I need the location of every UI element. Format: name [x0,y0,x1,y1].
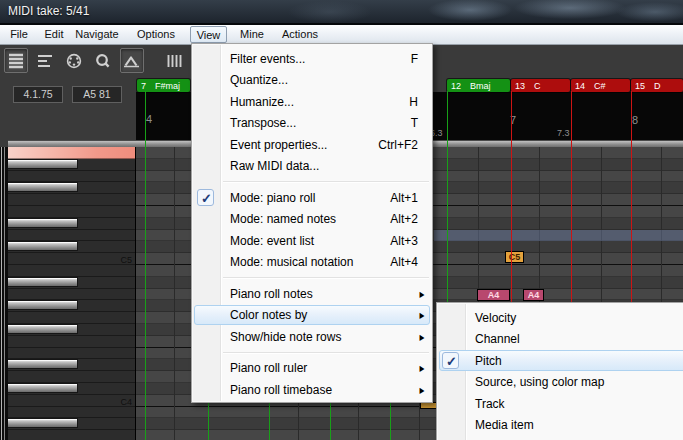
menubar-item-actions[interactable]: Actions [276,26,324,43]
menu-item-source-using-color-map[interactable]: Source, using color map [437,372,683,394]
menu-item-piano-roll-ruler[interactable]: Piano roll ruler [192,358,432,380]
piano-key-a-4[interactable] [8,277,135,289]
menu-item-filter-events[interactable]: Filter events...F [192,48,432,70]
menu-separator [192,348,432,358]
menu-item-mode-musical-notation[interactable]: Mode: musical notationAlt+4 [192,252,432,274]
menubar-item-navigate[interactable]: Navigate [72,26,122,43]
highlighted-note-row [434,230,683,242]
piano-key-c5[interactable] [8,253,135,265]
menubar-item-edit[interactable]: Edit [38,26,70,43]
event-list-mode-icon [36,53,54,69]
checkmark-icon [442,352,459,369]
piano-keyboard[interactable]: C5C4 [8,147,135,440]
menu-item-quantize[interactable]: Quantize... [192,70,432,92]
menu-item-label: Humanize... [230,95,391,109]
menu-item-shortcut: F [411,52,418,66]
menu-item-label: Raw MIDI data... [230,159,418,173]
piano-key-f5[interactable] [8,194,135,206]
menu-item-track[interactable]: Track [437,393,683,415]
ruler-marker-15-d[interactable]: 15D [631,79,683,92]
left-edge-strip [0,147,8,440]
marker-name: Bmaj [470,81,491,91]
midi-editor-window: MIDI take: 5/41 FileEditNavigateOptionsV… [0,0,683,440]
midi-note-a4[interactable]: A4 [477,289,510,301]
menu-item-shortcut: Ctrl+F2 [378,138,418,152]
black-key-cap [8,218,78,228]
menu-item-pitch[interactable]: Pitch [437,350,683,372]
menu-item-mode-named-notes[interactable]: Mode: named notesAlt+2 [192,209,432,231]
toolbar-button-3[interactable] [91,48,115,73]
piano-key-g-5[interactable] [8,159,135,171]
menu-item-label: Mode: event list [230,234,372,248]
menu-item-show-hide-note-rows[interactable]: Show/hide note rows [192,326,432,348]
toolbar-button-4[interactable] [120,48,144,73]
beat-number: 7.3 [557,128,570,138]
piano-key-f4[interactable] [8,336,135,348]
toolbar-button-5[interactable] [162,48,186,73]
note-velocity-display[interactable]: A5 81 [72,86,122,103]
piano-key-g4[interactable] [8,312,135,324]
menu-item-piano-roll-timebase[interactable]: Piano roll timebase [192,379,432,401]
toolbar-button-1[interactable] [33,48,57,73]
piano-key-c-5[interactable] [8,241,135,253]
piano-key-d4[interactable] [8,371,135,383]
piano-key-e5[interactable] [8,206,135,218]
menu-item-shortcut: Alt+4 [390,255,418,269]
menu-separator [192,273,432,283]
position-display[interactable]: 4.1.75 [13,86,63,103]
menubar-item-options[interactable]: Options [132,26,180,43]
piano-key-d-4[interactable] [8,359,135,371]
piano-key-b3[interactable] [8,407,135,419]
beat-grid-line [174,147,175,440]
menu-item-label: Track [475,397,675,411]
menu-item-color-notes-by[interactable]: Color notes by [192,305,432,327]
toolbar-button-2[interactable] [62,48,86,73]
menu-item-raw-midi-data[interactable]: Raw MIDI data... [192,156,432,178]
menu-item-humanize[interactable]: Humanize...H [192,91,432,113]
piano-key-a-3[interactable] [8,418,135,430]
menu-item-event-properties[interactable]: Event properties...Ctrl+F2 [192,134,432,156]
piano-key-e4[interactable] [8,348,135,360]
ruler-marker-14-c[interactable]: 14C# [571,79,630,92]
menu-item-label: Color notes by [230,308,418,322]
midi-note-a4[interactable]: A4 [523,289,544,301]
menu-item-label: Event properties... [230,138,360,152]
menu-item-shortcut: H [409,95,418,109]
piano-key-f-4[interactable] [8,324,135,336]
piano-key-c-4[interactable] [8,383,135,395]
menu-item-mode-piano-roll[interactable]: Mode: piano rollAlt+1 [192,187,432,209]
menu-item-transpose[interactable]: Transpose...T [192,113,432,135]
piano-key-a4[interactable] [8,289,135,301]
menu-item-label: Pitch [475,354,675,368]
edge-line [1,147,2,440]
beat-number: 8 [632,114,638,126]
piano-key-c4[interactable] [8,395,135,407]
notation-mode-icon [123,53,141,69]
title-bar[interactable]: MIDI take: 5/41 [0,0,683,25]
midi-note-c5[interactable]: C5 [505,251,524,263]
ruler-marker-13-c[interactable]: 13C [511,79,570,92]
piano-key-g-4[interactable] [8,300,135,312]
piano-key-f-5[interactable] [8,182,135,194]
menubar-item-file[interactable]: File [4,26,34,43]
menu-item-media-item[interactable]: Media item [437,415,683,437]
piano-key-b4[interactable] [8,265,135,277]
ruler-marker-12-bmaj[interactable]: 12Bmaj [447,79,510,92]
menubar-item-mine[interactable]: Mine [232,26,272,43]
menubar-item-view[interactable]: View [190,26,227,43]
menu-item-velocity[interactable]: Velocity [437,307,683,329]
menu-item-mode-event-list[interactable]: Mode: event listAlt+3 [192,230,432,252]
piano-key-d5[interactable] [8,230,135,242]
menu-item-channel[interactable]: Channel [437,329,683,351]
black-key-cap [8,383,78,393]
menu-item-shortcut: Alt+1 [390,191,418,205]
marker-name: D [654,81,661,91]
menu-item-piano-roll-notes[interactable]: Piano roll notes [192,283,432,305]
midi-note[interactable] [420,402,437,409]
piano-key-a3[interactable] [8,430,135,440]
piano-key-a5[interactable] [8,147,135,159]
key-octave-label: C4 [120,397,132,407]
toolbar-button-0[interactable] [4,48,28,73]
piano-key-d-5[interactable] [8,218,135,230]
piano-key-g5[interactable] [8,171,135,183]
